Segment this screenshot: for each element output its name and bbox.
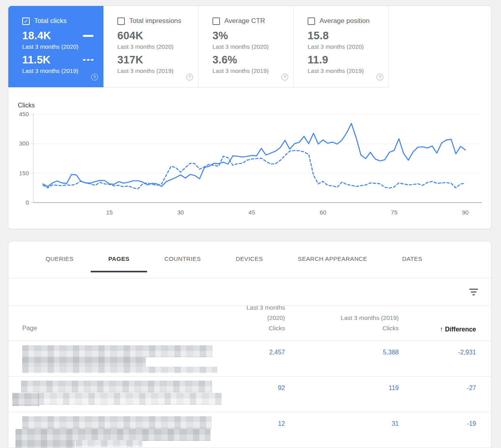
metric-previous-value: 11.5K xyxy=(22,54,51,66)
metric-previous: 317K xyxy=(117,54,189,66)
help-icon[interactable]: ? xyxy=(281,74,288,80)
metric-card-header: ✓ Total clicks xyxy=(22,17,94,25)
column-header-clicks-2019[interactable]: Last 3 months (2019) Clicks xyxy=(285,313,399,333)
metric-card-total-clicks[interactable]: ✓ Total clicks 18.4K Last 3 months (2020… xyxy=(8,6,103,87)
metric-current-period: Last 3 months (2020) xyxy=(212,43,284,50)
metric-previous: 11.5K xyxy=(22,54,94,66)
tab-countries[interactable]: COUNTRIES xyxy=(147,241,218,278)
metric-previous-period: Last 3 months (2019) xyxy=(308,67,379,74)
svg-text:300: 300 xyxy=(19,140,29,147)
svg-text:150: 150 xyxy=(19,170,29,176)
metric-current: 3% xyxy=(212,29,284,42)
tab-search-appearance[interactable]: SEARCH APPEARANCE xyxy=(280,241,384,278)
metric-current: 15.8 xyxy=(308,29,379,42)
help-icon[interactable]: ? xyxy=(186,74,193,80)
column-metric-2020: Clicks xyxy=(236,323,285,333)
clicks-2020-value: 12 xyxy=(236,420,285,427)
metric-previous-period: Last 3 months (2019) xyxy=(22,67,94,74)
tab-dates[interactable]: DATES xyxy=(385,241,440,278)
dimensions-table-panel: QUERIES PAGES COUNTRIES DEVICES SEARCH A… xyxy=(8,241,491,448)
column-period-2020: Last 3 months (2020) xyxy=(236,302,285,323)
average-position-checkbox-icon[interactable] xyxy=(308,17,315,25)
column-header-page[interactable]: Page xyxy=(8,323,236,333)
metric-card-label: Average position xyxy=(319,17,369,25)
average-ctr-checkbox-icon[interactable] xyxy=(212,17,220,25)
svg-text:75: 75 xyxy=(391,209,398,216)
difference-value: -27 xyxy=(399,385,476,392)
metric-card-label: Average CTR xyxy=(224,17,265,25)
metric-card-header: Average CTR xyxy=(212,17,284,25)
metric-cards-row: ✓ Total clicks 18.4K Last 3 months (2020… xyxy=(8,6,389,88)
metric-card-average-position[interactable]: Average position 15.8 Last 3 months (202… xyxy=(294,6,389,87)
column-header-clicks-2020[interactable]: Last 3 months (2020) Clicks xyxy=(236,302,285,333)
column-header-difference[interactable]: ↑ Difference xyxy=(399,325,476,333)
metric-current-value: 3% xyxy=(212,30,228,42)
metric-previous: 11.9 xyxy=(308,54,379,66)
dashed-line-legend-icon xyxy=(83,59,94,61)
tab-pages[interactable]: PAGES xyxy=(91,241,147,278)
metric-previous-period: Last 3 months (2019) xyxy=(212,67,284,74)
metric-previous: 3.6% xyxy=(212,54,284,66)
clicks-2019-value: 5,388 xyxy=(285,349,399,356)
dimension-tabs: QUERIES PAGES COUNTRIES DEVICES SEARCH A… xyxy=(8,241,491,278)
solid-line-legend-icon xyxy=(83,35,94,37)
svg-text:90: 90 xyxy=(462,209,469,216)
metric-current-period: Last 3 months (2020) xyxy=(22,43,94,50)
difference-value: -19 xyxy=(399,420,476,427)
metric-current: 18.4K xyxy=(22,29,94,42)
clicks-comparison-chart: 0150300450153045607590 xyxy=(8,100,492,222)
tab-devices[interactable]: DEVICES xyxy=(218,241,281,278)
help-icon[interactable]: ? xyxy=(91,74,98,80)
help-icon[interactable]: ? xyxy=(377,74,383,80)
svg-text:30: 30 xyxy=(177,209,184,216)
metric-card-average-ctr[interactable]: Average CTR 3% Last 3 months (2020) 3.6%… xyxy=(199,6,294,87)
metric-card-total-impressions[interactable]: Total impressions 604K Last 3 months (20… xyxy=(103,6,199,87)
metric-card-label: Total impressions xyxy=(129,17,181,25)
metric-card-label: Total clicks xyxy=(34,17,67,25)
table-row[interactable]: 92 119 -27 xyxy=(8,377,491,412)
total-clicks-checkbox-icon[interactable]: ✓ xyxy=(22,17,30,25)
metric-card-header: Average position xyxy=(308,17,379,25)
sort-ascending-icon: ↑ xyxy=(440,325,443,333)
tab-queries[interactable]: QUERIES xyxy=(28,241,91,278)
metric-current-value: 604K xyxy=(117,30,143,42)
table-toolbar xyxy=(8,278,491,306)
clicks-2020-value: 2,457 xyxy=(236,349,285,356)
table-row[interactable]: 2,457 5,388 -2,931 xyxy=(8,341,491,377)
column-period-2019: Last 3 months (2019) xyxy=(285,313,399,323)
metrics-chart-panel: ✓ Total clicks 18.4K Last 3 months (2020… xyxy=(8,6,491,229)
metric-card-header: Total impressions xyxy=(117,17,189,25)
svg-text:450: 450 xyxy=(19,111,29,117)
table-header-row: Page Last 3 months (2020) Clicks Last 3 … xyxy=(8,306,491,341)
svg-text:0: 0 xyxy=(26,199,29,206)
filter-list-icon[interactable] xyxy=(469,287,478,297)
svg-text:60: 60 xyxy=(319,209,326,216)
metric-current-period: Last 3 months (2020) xyxy=(308,43,379,50)
clicks-2019-value: 31 xyxy=(285,420,399,427)
metric-previous-value: 3.6% xyxy=(212,54,237,66)
metric-current: 604K xyxy=(117,29,189,42)
svg-text:15: 15 xyxy=(106,209,113,216)
metric-current-value: 15.8 xyxy=(308,30,329,42)
svg-text:45: 45 xyxy=(249,209,255,216)
column-metric-2019: Clicks xyxy=(285,323,399,333)
metric-previous-period: Last 3 months (2019) xyxy=(117,67,189,74)
clicks-2019-value: 119 xyxy=(285,385,399,392)
metric-previous-value: 317K xyxy=(117,54,143,66)
search-performance-report: ✓ Total clicks 18.4K Last 3 months (2020… xyxy=(0,0,501,448)
table-row[interactable]: 12 31 -19 xyxy=(8,412,491,448)
metric-current-period: Last 3 months (2020) xyxy=(117,43,189,50)
difference-value: -2,931 xyxy=(399,349,476,356)
difference-label: Difference xyxy=(445,326,476,333)
metric-current-value: 18.4K xyxy=(22,30,51,42)
total-impressions-checkbox-icon[interactable] xyxy=(117,17,125,25)
metric-previous-value: 11.9 xyxy=(308,54,328,66)
clicks-2020-value: 92 xyxy=(236,385,285,392)
